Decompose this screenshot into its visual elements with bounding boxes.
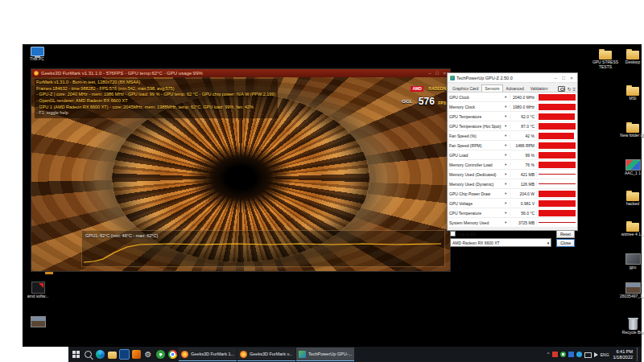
desktop-icon-wiztree[interactable]: wiztree 4 1... — [618, 223, 644, 237]
icon-label: wiztree 4 1... — [618, 232, 644, 237]
sensor-value: 3725 MB — [510, 220, 537, 225]
tab-sensors[interactable]: Sensors — [481, 84, 502, 92]
sensor-value: 56.0 °C — [510, 211, 537, 216]
sensor-label: Memory Used (Dedicated) — [449, 172, 505, 177]
sensor-label: Memory Clock — [449, 105, 505, 109]
sensor-value: 421 MB — [510, 172, 537, 177]
gpuz-app-icon — [450, 76, 455, 80]
gpuz-window: TechPowerUp GPU-Z 2.50.0 – □ × Graphics … — [447, 72, 578, 231]
sensor-bar — [539, 181, 576, 187]
folder-icon — [626, 51, 639, 60]
sensor-value: 62.0 °C — [510, 114, 537, 119]
desktop-icon-new-folder-2[interactable]: New folder (2) — [618, 124, 644, 138]
reset-button[interactable]: Reset — [556, 230, 575, 238]
sensor-row: GPU Temperature (Hot Spot)▾ 87.0 °C — [448, 121, 577, 131]
desktop-icon-hacked[interactable]: hacked — [618, 192, 644, 207]
taskbar-window-furmark-2[interactable]: Geeks3D FurMark v... — [237, 348, 295, 361]
sensor-label: GPU Load — [449, 153, 505, 158]
network-icon[interactable] — [584, 352, 592, 358]
taskbar-pinned-browser[interactable] — [94, 348, 105, 361]
icon-label: AAC_1 1 — [618, 171, 644, 176]
system-tray: ^ ENG 6:41 PM 1/18/2022 — [547, 348, 640, 361]
tray-fan-icon[interactable] — [560, 352, 566, 357]
language-indicator[interactable]: ENG — [601, 352, 609, 357]
sensor-bar — [539, 162, 576, 168]
taskbar-pinned-settings[interactable]: ⚙ — [142, 348, 154, 361]
desktop-icon-gpu[interactable]: gpu — [618, 253, 644, 270]
minimize-button[interactable]: – — [552, 76, 559, 80]
taskbar-button-label: Geeks3D FurMark v... — [250, 352, 292, 356]
image-thumbnail-icon — [625, 282, 641, 294]
sensor-value: 2040.0 MHz — [510, 95, 537, 100]
tray-furmark-icon[interactable] — [552, 352, 558, 357]
close-icon[interactable]: × — [568, 76, 575, 80]
window-controls[interactable]: – □ × — [428, 69, 448, 77]
maximize-button[interactable]: □ — [560, 76, 567, 80]
sensor-bar — [539, 113, 576, 120]
sensor-value: 0.981 V — [510, 201, 537, 206]
sensor-value: 1980.0 MHz — [510, 105, 537, 109]
tab-advanced[interactable]: Advanced — [503, 84, 527, 92]
tab-validation[interactable]: Validation — [527, 84, 551, 92]
gpuz-titlebar[interactable]: TechPowerUp GPU-Z 2.50.0 – □ × — [448, 73, 577, 83]
sensor-row: GPU Load▾ 99 % — [448, 150, 577, 160]
log-to-file-checkbox[interactable] — [450, 231, 456, 237]
sensor-bar — [539, 133, 576, 139]
icon-label: amd softw... — [23, 294, 52, 299]
sensor-label: Memory Controller Load — [449, 162, 505, 167]
gpuz-app-icon — [299, 351, 306, 358]
taskbar-pinned-folder[interactable] — [106, 348, 118, 361]
image-thumbnail-icon — [625, 253, 641, 265]
search-button[interactable] — [82, 348, 93, 361]
folder-icon — [626, 192, 639, 201]
icon-label: 26035497_1... — [618, 294, 644, 299]
tray-chevron-up-icon[interactable]: ^ — [547, 352, 550, 357]
log-to-file-label: Log to file — [457, 232, 477, 237]
desktop-icon-image[interactable] — [23, 316, 52, 327]
show-desktop-button[interactable] — [637, 348, 640, 361]
sensor-row: Memory Used (Dynamic)▾ 126 MB — [448, 179, 577, 189]
taskbar-pinned-monitor[interactable] — [118, 348, 130, 361]
desktop-icon-aac-1-1[interactable]: AAC_1 1 — [618, 159, 644, 176]
amd-logo: AMD — [411, 86, 423, 92]
taskbar-clock[interactable]: 6:41 PM 1/18/2022 — [612, 349, 634, 360]
taskbar-window-gpuz[interactable]: TechPowerUp GPU-... — [296, 348, 354, 361]
desktop-icon-amd-software[interactable]: amd softw... — [23, 282, 52, 299]
desktop-icon-gpu-stress-tests[interactable]: GPU STRESS TESTS — [591, 51, 620, 70]
furmark-window: Geeks3D FurMark v1.31.1.0 - 576FPS - GPU… — [31, 68, 451, 272]
taskbar-pinned-chrome[interactable] — [167, 348, 178, 361]
icon-label: GPU STRESS TESTS — [591, 60, 620, 70]
desktop-icon-recycle-bin[interactable]: Recycle Bin — [618, 319, 644, 335]
screenshot-camera-icon[interactable] — [558, 86, 565, 92]
fps-unit: FPS — [438, 101, 446, 105]
volume-icon[interactable] — [594, 352, 598, 357]
opengl-badge: OGL — [402, 99, 412, 104]
menu-icon[interactable]: ≡ — [572, 87, 576, 92]
furmark-app-icon — [181, 351, 188, 358]
taskbar-pinned-afterburner[interactable] — [130, 348, 142, 361]
desktop-icon-desktop[interactable]: Desktop — [618, 51, 644, 65]
icon-label: New folder (2) — [618, 134, 644, 138]
close-button[interactable]: Close — [556, 239, 575, 247]
desktop-icon-this-pc[interactable]: This PC — [23, 47, 52, 62]
sensor-value: 76 % — [510, 162, 537, 167]
furmark-titlebar[interactable]: Geeks3D FurMark v1.31.1.0 - 576FPS - GPU… — [31, 69, 450, 77]
tray-app-icon[interactable] — [568, 352, 574, 357]
desktop-icon-26035497[interactable]: 26035497_1... — [618, 282, 644, 299]
sensor-bar — [539, 104, 576, 110]
fan-control-icon — [156, 350, 165, 359]
sensor-label: GPU Temperature (Hot Spot) — [449, 124, 505, 129]
refresh-icon[interactable]: ↻ — [567, 86, 571, 92]
tab-graphics-card[interactable]: Graphics Card — [449, 84, 481, 92]
desktop-icon-msi[interactable]: MSI — [618, 87, 644, 101]
gpu-select-dropdown[interactable]: AMD Radeon RX 6600 XT ▾ — [450, 238, 551, 247]
taskbar-pinned-fan[interactable] — [155, 348, 166, 361]
recycle-bin-icon — [629, 319, 638, 330]
sensor-label: GPU Chip Power Draw — [449, 191, 505, 196]
sensor-row: Fan Speed (RPM)▾ 1486 RPM — [448, 141, 577, 150]
icon-label: gpu — [618, 265, 644, 270]
tray-messenger-icon[interactable] — [576, 352, 582, 357]
start-button[interactable] — [70, 348, 81, 361]
folder-icon — [108, 352, 117, 359]
taskbar-window-furmark-1[interactable]: Geeks3D FurMark 1... — [179, 348, 237, 361]
